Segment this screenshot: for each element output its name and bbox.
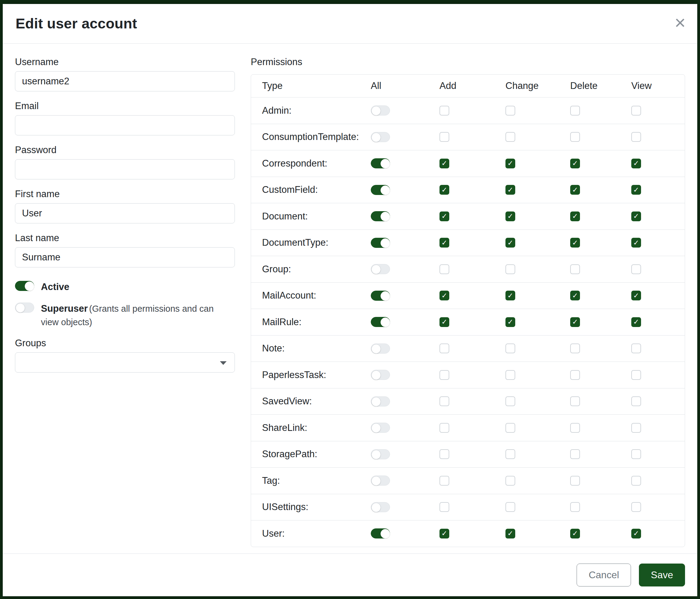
permission-all-toggle[interactable] xyxy=(371,370,390,380)
permission-delete-checkbox[interactable] xyxy=(570,343,580,353)
permission-add-checkbox[interactable] xyxy=(440,423,449,433)
permission-delete-checkbox[interactable]: ✓ xyxy=(570,159,580,168)
permission-all-toggle[interactable] xyxy=(371,476,390,486)
permission-change-checkbox[interactable]: ✓ xyxy=(505,212,515,221)
permission-view-checkbox[interactable]: ✓ xyxy=(631,185,641,195)
first-name-input[interactable] xyxy=(15,203,235,223)
permission-change-checkbox[interactable] xyxy=(505,476,515,486)
permission-view-checkbox[interactable] xyxy=(631,476,641,486)
active-toggle-row: Active xyxy=(15,280,235,294)
permission-add-checkbox[interactable] xyxy=(440,132,449,142)
permission-delete-checkbox[interactable] xyxy=(570,106,580,116)
permission-delete-checkbox[interactable] xyxy=(570,397,580,406)
permission-delete-checkbox[interactable]: ✓ xyxy=(570,212,580,221)
permission-view-checkbox[interactable]: ✓ xyxy=(631,291,641,301)
email-input[interactable] xyxy=(15,115,235,136)
username-input[interactable] xyxy=(15,71,235,91)
permission-view-checkbox[interactable]: ✓ xyxy=(631,317,641,327)
permission-delete-checkbox[interactable]: ✓ xyxy=(570,238,580,247)
permission-view-checkbox[interactable] xyxy=(631,343,641,353)
permission-delete-checkbox[interactable] xyxy=(570,264,580,274)
permission-all-toggle[interactable] xyxy=(371,423,390,433)
permission-all-toggle[interactable] xyxy=(371,132,390,142)
permission-row: Group: xyxy=(251,256,685,282)
permission-all-toggle[interactable] xyxy=(371,105,390,116)
permission-all-toggle[interactable] xyxy=(371,185,390,195)
permission-change-checkbox[interactable] xyxy=(505,397,515,406)
permission-view-checkbox[interactable]: ✓ xyxy=(631,159,641,168)
permission-change-checkbox[interactable]: ✓ xyxy=(505,238,515,247)
permission-add-checkbox[interactable]: ✓ xyxy=(440,529,449,538)
permission-change-checkbox[interactable] xyxy=(505,449,515,459)
permission-all-toggle[interactable] xyxy=(371,343,390,354)
permission-delete-checkbox[interactable] xyxy=(570,423,580,433)
active-toggle[interactable] xyxy=(15,281,34,291)
permission-delete-checkbox[interactable]: ✓ xyxy=(570,529,580,538)
permission-view-checkbox[interactable]: ✓ xyxy=(631,238,641,247)
permission-delete-checkbox[interactable] xyxy=(570,502,580,512)
permission-view-checkbox[interactable] xyxy=(631,106,641,116)
permission-add-checkbox[interactable]: ✓ xyxy=(440,317,449,327)
permission-delete-checkbox[interactable] xyxy=(570,370,580,380)
permission-view-checkbox[interactable] xyxy=(631,449,641,459)
permission-change-checkbox[interactable]: ✓ xyxy=(505,159,515,168)
permission-view-checkbox[interactable] xyxy=(631,423,641,433)
permission-add-checkbox[interactable] xyxy=(440,449,449,459)
permission-add-checkbox[interactable]: ✓ xyxy=(440,185,449,195)
permission-delete-checkbox[interactable] xyxy=(570,449,580,459)
permission-add-checkbox[interactable] xyxy=(440,476,449,486)
permission-view-checkbox[interactable] xyxy=(631,397,641,406)
permission-view-checkbox[interactable] xyxy=(631,132,641,142)
permission-change-checkbox[interactable] xyxy=(505,370,515,380)
permission-all-toggle[interactable] xyxy=(371,264,390,274)
permission-delete-checkbox[interactable]: ✓ xyxy=(570,185,580,195)
permission-view-checkbox[interactable] xyxy=(631,370,641,380)
permission-all-toggle[interactable] xyxy=(371,397,390,406)
permission-all-toggle[interactable] xyxy=(371,502,390,512)
permission-add-checkbox[interactable] xyxy=(440,370,449,380)
superuser-toggle[interactable] xyxy=(15,303,34,313)
permission-view-checkbox[interactable] xyxy=(631,264,641,274)
last-name-input[interactable] xyxy=(15,247,235,267)
permission-view-checkbox[interactable]: ✓ xyxy=(631,529,641,538)
permission-all-toggle[interactable] xyxy=(371,158,390,168)
groups-select[interactable] xyxy=(15,352,235,373)
permission-delete-checkbox[interactable] xyxy=(570,132,580,142)
permission-change-checkbox[interactable] xyxy=(505,106,515,116)
permission-add-checkbox[interactable] xyxy=(440,502,449,512)
permission-change-checkbox[interactable]: ✓ xyxy=(505,185,515,195)
permission-add-checkbox[interactable]: ✓ xyxy=(440,159,449,168)
permission-view-checkbox[interactable] xyxy=(631,502,641,512)
permission-add-checkbox[interactable] xyxy=(440,397,449,406)
permission-change-checkbox[interactable] xyxy=(505,423,515,433)
permission-change-checkbox[interactable]: ✓ xyxy=(505,291,515,301)
permission-delete-checkbox[interactable]: ✓ xyxy=(570,291,580,301)
permission-all-toggle[interactable] xyxy=(371,211,390,221)
close-icon[interactable]: × xyxy=(675,13,686,32)
permission-add-checkbox[interactable] xyxy=(440,264,449,274)
permission-delete-checkbox[interactable]: ✓ xyxy=(570,317,580,327)
permission-add-checkbox[interactable]: ✓ xyxy=(440,238,449,247)
permission-change-checkbox[interactable] xyxy=(505,502,515,512)
permission-all-toggle[interactable] xyxy=(371,291,390,301)
permission-change-checkbox[interactable] xyxy=(505,132,515,142)
permission-view-checkbox[interactable]: ✓ xyxy=(631,212,641,221)
permission-change-checkbox[interactable]: ✓ xyxy=(505,529,515,538)
permission-add-checkbox[interactable]: ✓ xyxy=(440,291,449,301)
permission-change-checkbox[interactable] xyxy=(505,264,515,274)
permission-all-toggle[interactable] xyxy=(371,317,390,327)
permission-change-checkbox[interactable] xyxy=(505,343,515,353)
permission-type-label: Note: xyxy=(251,343,371,354)
save-button[interactable]: Save xyxy=(639,564,685,586)
permission-delete-checkbox[interactable] xyxy=(570,476,580,486)
permission-add-checkbox[interactable] xyxy=(440,343,449,353)
permission-change-checkbox[interactable]: ✓ xyxy=(505,317,515,327)
permission-add-checkbox[interactable]: ✓ xyxy=(440,212,449,221)
permission-all-toggle[interactable] xyxy=(371,238,390,248)
modal-body: Username Email Password First name Last … xyxy=(3,44,697,553)
permission-all-toggle[interactable] xyxy=(371,449,390,459)
permission-add-checkbox[interactable] xyxy=(440,106,449,116)
password-input[interactable] xyxy=(15,159,235,179)
permission-all-toggle[interactable] xyxy=(371,528,390,538)
cancel-button[interactable]: Cancel xyxy=(577,564,631,586)
